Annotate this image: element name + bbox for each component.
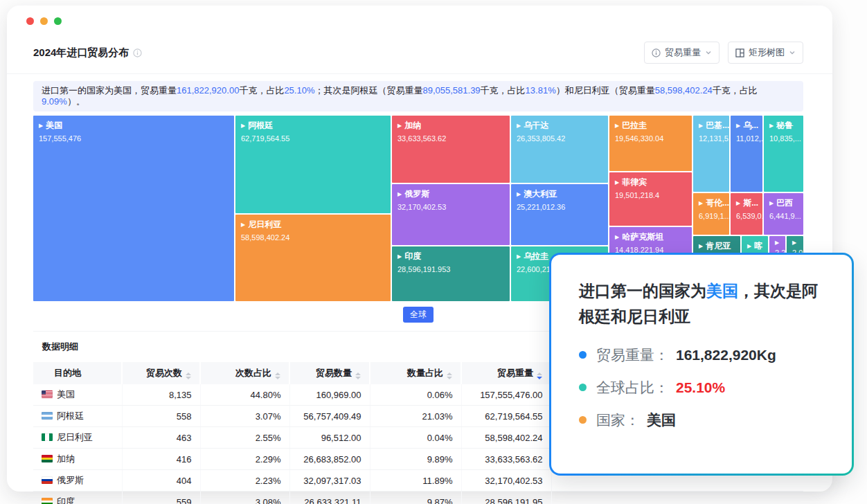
column-header-label: 数量占比	[407, 368, 443, 378]
treemap-cell-斯[interactable]: ▶斯...6,539,0...	[731, 193, 762, 235]
cell-country-label: 哥伦...	[706, 197, 729, 209]
cell-country-label: 尼日利亚	[248, 219, 281, 231]
column-header-label: 次数占比	[235, 368, 271, 378]
column-header-5[interactable]: 数量占比	[370, 362, 461, 384]
treemap-cell-美国[interactable]: ▶美国157,555,476	[33, 116, 234, 301]
chart-type-dropdown[interactable]: 矩形树图	[728, 42, 803, 64]
value-cell: 2.23%	[200, 470, 289, 492]
treemap-cell-菲律宾[interactable]: ▶菲律宾19,501,218.4	[609, 172, 692, 226]
value-cell: 160,969.00	[289, 384, 370, 406]
column-header-3[interactable]: 次数占比	[200, 362, 289, 384]
treemap-cell-巴拉圭[interactable]: ▶巴拉圭19,546,330.04	[609, 116, 692, 171]
treemap-cell-尼日利亚[interactable]: ▶尼日利亚58,598,402.24	[235, 215, 391, 301]
sort-carets-icon[interactable]	[186, 372, 191, 379]
treemap-cell-印度[interactable]: ▶印度28,596,191.953	[392, 246, 510, 301]
destination-label: 俄罗斯	[57, 475, 84, 485]
cell-country-label: 斯...	[743, 197, 758, 209]
expand-arrow-icon: ▶	[699, 123, 703, 129]
text-segment: 千克，占比	[713, 85, 758, 96]
treemap-cell-乌干达[interactable]: ▶乌干达26,353,805.42	[511, 116, 608, 183]
value-cell: 96,512.00	[289, 427, 370, 449]
cell-country-label: 喀	[754, 240, 762, 252]
cell-value-label: 157,555,476	[39, 134, 229, 143]
sort-desc-icon	[275, 377, 280, 379]
highlighted-text: 9.09%	[42, 96, 67, 107]
tooltip-item-label: 全球占比：	[596, 378, 669, 397]
filler-cell	[551, 492, 803, 504]
value-cell: 558	[122, 406, 200, 427]
bullet-dot-icon	[579, 351, 587, 359]
treemap-cell-乌[interactable]: ▶乌...11,012,...	[731, 116, 762, 192]
summary-text: 进口第一的国家为美国，贸易重量161,822,920.00千克，占比25.10%…	[33, 81, 803, 111]
expand-arrow-icon: ▶	[517, 123, 521, 129]
sort-carets-icon[interactable]	[275, 372, 280, 379]
treemap-cell-巴基[interactable]: ▶巴基...12,131,5...	[693, 116, 729, 192]
bullet-dot-icon	[579, 416, 587, 424]
sort-asc-icon	[537, 372, 542, 375]
flag-us-icon	[42, 390, 53, 398]
treemap-cell-加纳[interactable]: ▶加纳33,633,563.62	[392, 116, 510, 183]
value-cell: 8,135	[122, 384, 200, 406]
value-cell: 157,555,476.00	[461, 384, 551, 406]
text-segment: ）。	[67, 96, 85, 107]
destination-label: 加纳	[57, 453, 75, 464]
highlighted-text: 美国	[706, 282, 738, 300]
info-icon	[133, 48, 142, 57]
value-cell: 404	[122, 470, 200, 492]
text-segment: ；其次是阿根廷（贸易重量	[314, 85, 422, 96]
value-cell: 62,719,564.55	[461, 406, 551, 427]
tooltip-list: 贸易重量：161,822,920Kg全球占比：25.10%国家：美国	[579, 345, 825, 430]
column-header-label: 目的地	[54, 368, 81, 378]
text-segment: 千克，占比	[239, 85, 284, 96]
app-window: 2024年进口贸易分布	[7, 6, 832, 492]
value-cell: 28,596,191.95	[461, 492, 551, 504]
cell-country-label: 哈萨克斯坦	[622, 231, 663, 243]
destination-cell: 美国	[33, 384, 122, 406]
cell-country-label: 菲律宾	[622, 177, 647, 188]
treemap-cell-阿根廷[interactable]: ▶阿根廷62,719,564.55	[235, 116, 391, 213]
treemap-cell-哥伦[interactable]: ▶哥伦...6,919,1...	[693, 193, 729, 235]
cell-value-label: 62,719,564.55	[241, 134, 385, 143]
expand-arrow-icon: ▶	[615, 235, 619, 240]
expand-arrow-icon: ▶	[397, 192, 402, 197]
treemap-cell-巴西[interactable]: ▶巴西6,441,9...	[764, 193, 803, 235]
tooltip-item-label: 贸易重量：	[596, 345, 669, 365]
value-cell: 0.04%	[370, 427, 461, 449]
value-cell: 32,170,402.53	[461, 470, 551, 492]
table-row-印度[interactable]: 印度5593.08%26,633,321.119.87%28,596,191.9…	[33, 492, 803, 504]
column-header-label: 贸易重量	[497, 368, 533, 378]
column-header-4[interactable]: 贸易数量	[289, 362, 370, 384]
insight-tooltip-card: 进口第一的国家为美国，其次是阿根廷和尼日利亚 贸易重量：161,822,920K…	[549, 253, 854, 476]
treemap-cell-秘鲁[interactable]: ▶秘鲁10,835,...	[764, 116, 803, 192]
maximize-window-button[interactable]	[54, 17, 62, 25]
cell-value-label: 19,546,330.04	[615, 134, 686, 143]
expand-arrow-icon: ▶	[769, 123, 774, 129]
cell-country-label: 阿根廷	[248, 120, 273, 132]
tooltip-item-value: 161,822,920Kg	[676, 347, 776, 363]
page-title-text: 2024年进口贸易分布	[33, 46, 129, 60]
sort-desc-icon	[186, 377, 191, 379]
sort-carets-icon[interactable]	[355, 372, 361, 379]
column-header-2[interactable]: 贸易次数	[122, 362, 200, 384]
chart-type-dropdown-label: 矩形树图	[749, 46, 785, 59]
column-header-label: 贸易次数	[146, 368, 182, 378]
cell-country-label: 俄罗斯	[404, 188, 429, 200]
expand-arrow-icon: ▶	[397, 254, 402, 260]
sort-carets-icon[interactable]	[447, 372, 452, 379]
value-cell: 3.08%	[200, 492, 289, 504]
treemap-cell-澳大利亚[interactable]: ▶澳大利亚25,221,012.36	[511, 184, 608, 245]
treemap-cell-俄罗斯[interactable]: ▶俄罗斯32,170,402.53	[392, 184, 510, 245]
value-cell: 33,633,563.62	[461, 449, 551, 470]
destination-label: 印度	[57, 496, 75, 504]
treemap-root-badge[interactable]: 全球	[403, 307, 434, 323]
expand-arrow-icon: ▶	[769, 201, 774, 206]
metric-dropdown[interactable]: 贸易重量	[644, 42, 719, 64]
cell-value-label: 32,170,402.53	[397, 203, 504, 211]
tooltip-item-label: 国家：	[596, 411, 640, 430]
destination-cell: 印度	[33, 492, 122, 504]
minimize-window-button[interactable]	[40, 17, 48, 25]
tooltip-title: 进口第一的国家为美国，其次是阿根廷和尼日利亚	[579, 278, 825, 330]
sort-carets-icon[interactable]	[537, 372, 542, 379]
close-window-button[interactable]	[26, 17, 34, 25]
column-header-6[interactable]: 贸易重量	[461, 362, 551, 384]
